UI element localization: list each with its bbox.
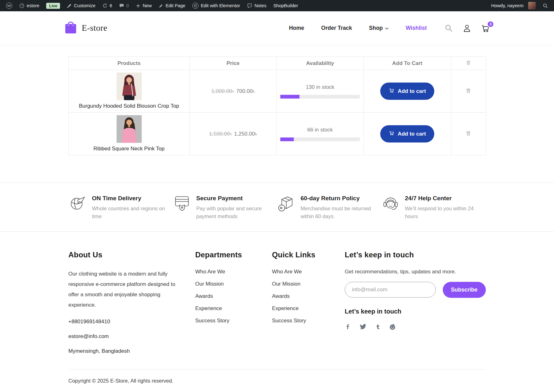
wishlist-section: Products Price Availability Add To Cart — [69, 56, 486, 155]
feature-on-time-delivery: ON Time Delivery Whole countries and reg… — [69, 194, 173, 220]
admin-bar-right: Howdy, nayeem — [488, 0, 551, 11]
notes-label: Notes — [255, 3, 266, 8]
cart-icon[interactable]: 3 — [481, 24, 490, 33]
stock-text: 66 in stock — [277, 127, 364, 133]
add-to-cart-button[interactable]: Add to cart — [380, 83, 435, 100]
price-cell: 1,000.00৳700.00৳ — [189, 70, 277, 113]
keep-in-touch-subheading: Let’s keep in touch — [345, 308, 486, 315]
brush-icon — [67, 3, 72, 8]
feature-title: 60-day Return Policy — [301, 195, 375, 202]
secure-payment-card-icon — [173, 194, 191, 213]
about-heading: About Us — [69, 250, 177, 259]
update-count: 6 — [110, 3, 112, 8]
admin-bar-site-name[interactable]: estore — [16, 0, 43, 11]
help-center-headset-icon — [381, 194, 400, 213]
product-cell[interactable]: Ribbed Square Neck Pink Top — [69, 113, 189, 155]
wp-admin-bar: estore Live Customize 6 0 Ne — [0, 0, 554, 11]
footer-link-awards[interactable]: Awards — [195, 293, 272, 299]
nav-order-track[interactable]: Order Track — [321, 25, 352, 31]
about-text: Our clothing website is a modern and ful… — [69, 269, 177, 310]
footer-phone[interactable]: +8801969148410 — [69, 319, 177, 325]
subscribe-button[interactable]: Subscribe — [443, 282, 486, 298]
product-cell[interactable]: Burgundy Hooded Solid Blouson Crop Top — [69, 70, 189, 113]
notes-bubble-icon — [247, 3, 252, 8]
admin-bar-comments[interactable]: 0 — [116, 0, 132, 11]
keep-in-touch-heading: Let’s keep in touch — [345, 250, 486, 259]
admin-bar-shopbuilder[interactable]: ShopBuilder — [270, 0, 302, 11]
table-row: Ribbed Square Neck Pink Top 1,500.00৳1,2… — [69, 113, 486, 155]
footer-link-who-are-we[interactable]: Who Are We — [195, 269, 272, 275]
admin-bar-search[interactable] — [539, 0, 551, 11]
column-price: Price — [189, 57, 277, 70]
footer-keep-in-touch-column: Let’s keep in touch Get recommendations,… — [345, 250, 486, 369]
footer-link-experience[interactable]: Experience — [195, 305, 272, 312]
product-name[interactable]: Ribbed Square Neck Pink Top — [69, 146, 189, 152]
trash-icon — [466, 60, 471, 65]
availability-cell: 66 in stock — [277, 113, 364, 155]
stock-bar — [280, 95, 360, 99]
search-icon[interactable] — [444, 24, 453, 33]
feature-return-policy: 60-day Return Policy Merchandise must be… — [277, 194, 381, 220]
admin-bar-edit-page[interactable]: Edit Page — [155, 0, 189, 11]
footer-quick-links-column: Quick Links Who Are We Our Mission Award… — [272, 250, 344, 369]
admin-bar-updates[interactable]: 6 — [99, 0, 116, 11]
edit-page-label: Edit Page — [166, 3, 185, 8]
product-name[interactable]: Burgundy Hooded Solid Blouson Crop Top — [69, 103, 189, 109]
footer-address: Mymensingh, Bangladesh — [69, 348, 177, 354]
footer-email[interactable]: estore@info.com — [69, 333, 177, 340]
nav-shop[interactable]: Shop — [369, 25, 389, 31]
facebook-icon[interactable] — [345, 323, 351, 330]
admin-search-icon — [543, 3, 548, 8]
newsletter-email-input[interactable] — [345, 282, 436, 298]
stock-bar-fill — [280, 95, 299, 99]
column-delete — [451, 57, 486, 70]
feature-title: 24/7 Help Center — [405, 195, 479, 202]
wp-logo-menu[interactable] — [3, 0, 16, 11]
admin-bar-new[interactable]: New — [132, 0, 155, 11]
page: estore Live Customize 6 0 Ne — [0, 0, 554, 392]
admin-bar-customize[interactable]: Customize — [63, 0, 99, 11]
admin-bar-account[interactable]: Howdy, nayeem — [488, 0, 539, 11]
add-to-cart-button[interactable]: Add to cart — [380, 125, 435, 142]
return-box-icon — [277, 194, 295, 213]
feature-description: Pay with popular and secure payment meth… — [196, 205, 270, 220]
footer-link-success-story[interactable]: Success Story — [195, 318, 272, 324]
nav-wishlist[interactable]: Wishlist — [406, 25, 427, 31]
footer-link-who-are-we[interactable]: Who Are We — [272, 269, 344, 275]
footer-link-our-mission[interactable]: Our Mission — [272, 281, 344, 287]
twitter-icon[interactable] — [359, 323, 367, 330]
table-header-row: Products Price Availability Add To Cart — [69, 57, 486, 70]
delete-cell — [451, 113, 486, 155]
footer-link-our-mission[interactable]: Our Mission — [195, 281, 272, 287]
column-products: Products — [69, 57, 189, 70]
remove-item-button[interactable] — [465, 88, 471, 94]
cart-button-icon — [389, 88, 395, 95]
nav-home[interactable]: Home — [289, 25, 304, 31]
reddit-icon[interactable] — [389, 323, 396, 330]
howdy-label: Howdy, nayeem — [491, 3, 524, 8]
admin-bar-notes[interactable]: Notes — [244, 0, 270, 11]
old-price: 1,500.00৳ — [209, 131, 232, 137]
admin-bar-elementor[interactable]: Edit with Elementor — [189, 0, 244, 11]
footer-link-awards[interactable]: Awards — [272, 293, 344, 299]
footer-link-success-story[interactable]: Success Story — [272, 318, 344, 324]
wordpress-icon — [6, 3, 12, 9]
remove-item-button[interactable] — [465, 130, 471, 136]
comment-count: 0 — [126, 3, 129, 8]
copyright-text: Copyright © 2025 E-Store, All rights res… — [69, 378, 173, 384]
site-logo[interactable]: E-store — [64, 20, 107, 36]
nav-shop-label: Shop — [369, 25, 383, 31]
account-icon[interactable] — [463, 24, 471, 33]
update-icon — [102, 3, 107, 8]
add-to-cart-label: Add to cart — [398, 131, 426, 137]
product-image-pink-top — [117, 115, 142, 143]
social-links — [345, 323, 486, 330]
site-gauge-icon — [19, 3, 25, 8]
tumblr-icon[interactable] — [375, 323, 381, 330]
delivery-plane-globe-icon — [69, 194, 87, 213]
current-price: 700.00৳ — [236, 88, 255, 94]
pencil-icon — [159, 3, 163, 8]
feature-title: Secure Payment — [196, 195, 270, 202]
add-to-cart-label: Add to cart — [398, 88, 426, 94]
footer-link-experience[interactable]: Experience — [272, 305, 344, 312]
